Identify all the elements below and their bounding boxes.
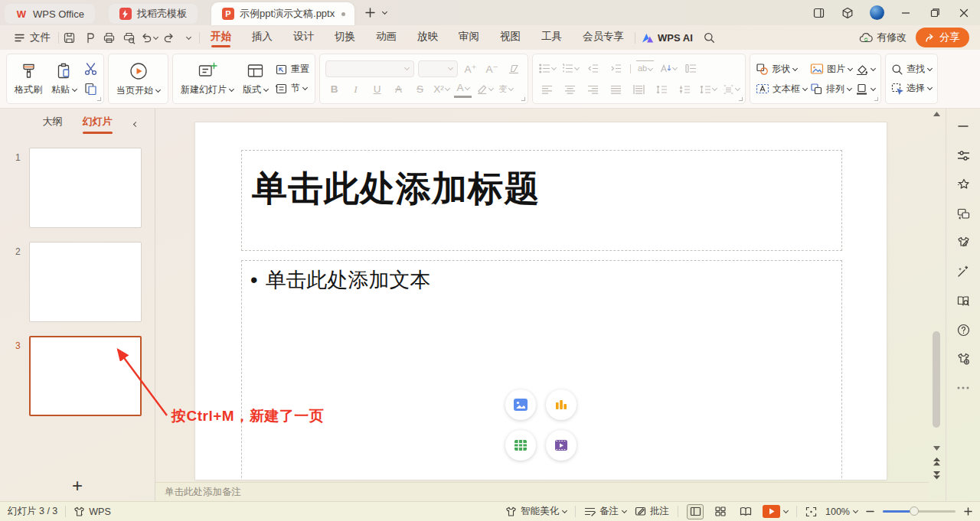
modified-status[interactable]: 有修改 [859,31,906,44]
zoom-caret[interactable] [853,508,858,513]
new-tab-button[interactable] [365,8,375,18]
menu-design[interactable]: 设计 [283,25,324,50]
insert-dialog-launcher[interactable] [874,97,878,101]
zoom-out-button[interactable] [866,507,874,516]
find-button[interactable]: 查找 [891,63,932,76]
notes-input[interactable]: 单击此处添加备注 [155,482,929,501]
wps-ai-button[interactable]: WPS AI [636,32,699,44]
notes-button[interactable]: 备注 [584,505,626,518]
close-button[interactable] [952,3,975,23]
shapes-caret[interactable] [792,65,798,70]
textbox-caret[interactable] [802,85,808,90]
scroll-up-icon[interactable] [933,112,940,116]
menu-slideshow[interactable]: 放映 [407,25,448,50]
slide-sorter-view-button[interactable] [712,504,729,519]
body-placeholder-text[interactable]: •单击此处添加文本 [250,266,430,294]
comments-button[interactable]: 批注 [635,505,669,518]
slideshow-play-button[interactable] [763,505,788,518]
scrollbar-thumb[interactable] [933,331,940,428]
tab-document-active[interactable]: P 示例ppt演示文稿.pptx [211,2,354,25]
format-painter-button[interactable]: 格式刷 [12,62,44,96]
notes-caret[interactable] [622,508,627,513]
menu-animation[interactable]: 动画 [366,25,407,50]
minimize-button[interactable] [894,3,917,23]
section-caret[interactable] [302,85,308,90]
paste-caret[interactable] [72,86,77,91]
slide-1-thumbnail[interactable] [29,148,142,228]
select-caret[interactable] [927,85,933,90]
title-placeholder-text[interactable]: 单击此处添加标题 [252,165,540,213]
tab-slides[interactable]: 幻灯片 [83,112,113,132]
effects-star-icon[interactable] [953,174,973,194]
reset-button[interactable]: 重置 [275,63,309,76]
save-button[interactable] [60,28,79,47]
beautify-caret[interactable] [562,508,567,513]
new-slide-caret[interactable] [229,86,234,92]
switch-slides-icon[interactable] [953,204,973,223]
insert-table-button[interactable] [505,430,536,461]
toolbar-more-caret[interactable] [179,28,198,47]
menu-transition[interactable]: 切换 [325,25,365,50]
resource-search-icon[interactable] [953,291,973,311]
textbox-button[interactable]: 文本框 [756,83,807,96]
fit-slide-button[interactable] [805,506,817,517]
smart-beautify-button[interactable]: 智能美化 [505,505,567,518]
play-caret[interactable] [155,86,161,92]
split-view-icon[interactable] [807,3,830,23]
zoom-level[interactable]: 100% [825,506,858,517]
wps-skin-button[interactable]: WPS [74,506,110,517]
print-button[interactable] [100,28,119,47]
workspace-cube-icon[interactable] [836,3,859,23]
next-slide-icon[interactable] [933,471,940,480]
zoom-in-button[interactable] [964,507,972,516]
select-button[interactable]: 选择 [891,82,932,95]
scroll-down-icon[interactable] [933,446,940,451]
find-caret[interactable] [927,66,933,71]
properties-sliders-icon[interactable] [953,145,973,165]
export-pdf-icon[interactable] [80,28,99,47]
add-slide-button[interactable]: + [0,475,155,497]
help-icon[interactable] [953,320,973,340]
menu-tools[interactable]: 工具 [531,25,572,50]
skin-settings-icon[interactable] [953,349,973,369]
collapse-sidebar-icon[interactable] [953,116,973,136]
zoom-slider-knob[interactable] [910,506,919,516]
clipboard-dialog-launcher[interactable] [97,97,101,101]
shapes-button[interactable]: 形状 [756,63,807,76]
play-from-current-button[interactable]: 当页开始 [114,61,162,97]
insert-media-button[interactable] [546,430,577,461]
section-button[interactable]: 节 [275,82,309,95]
more-tools-icon[interactable] [953,378,973,398]
undo-button[interactable] [139,28,158,47]
layout-caret[interactable] [263,86,269,92]
copy-button[interactable] [83,82,98,96]
new-slide-button[interactable]: 新建幻灯片 [178,61,236,96]
undo-caret[interactable] [152,34,158,39]
arrange-caret[interactable] [847,85,852,90]
file-menu-button[interactable]: 文件 [8,31,57,44]
insert-chart-button[interactable] [546,389,577,420]
menu-insert[interactable]: 插入 [242,25,283,50]
reading-view-button[interactable] [737,504,754,519]
restore-button[interactable] [923,3,946,23]
slide-2-thumbnail[interactable] [29,242,142,322]
menu-review[interactable]: 审阅 [449,25,489,50]
tab-list-caret[interactable] [382,9,387,15]
tab-outline[interactable]: 大纲 [43,112,63,132]
print-preview-button[interactable] [119,28,139,47]
collapse-panel-icon[interactable] [134,118,138,129]
avatar[interactable] [865,3,888,23]
search-icon[interactable] [700,28,719,47]
share-button[interactable]: 分享 [916,28,969,47]
previous-slide-icon[interactable] [933,458,940,466]
tab-wps-home[interactable]: W WPS Office [5,4,95,24]
menu-home[interactable]: 开始 [201,25,241,50]
paste-button[interactable]: 粘贴 [49,62,79,96]
zoom-slider[interactable] [883,510,956,513]
insert-picture-button[interactable] [505,389,536,420]
arrange-button[interactable]: 排列 [810,83,852,96]
cut-button[interactable] [83,62,98,76]
magic-tools-icon[interactable] [953,262,973,282]
skin-pen-icon[interactable] [953,233,973,252]
menu-view[interactable]: 视图 [490,25,531,50]
